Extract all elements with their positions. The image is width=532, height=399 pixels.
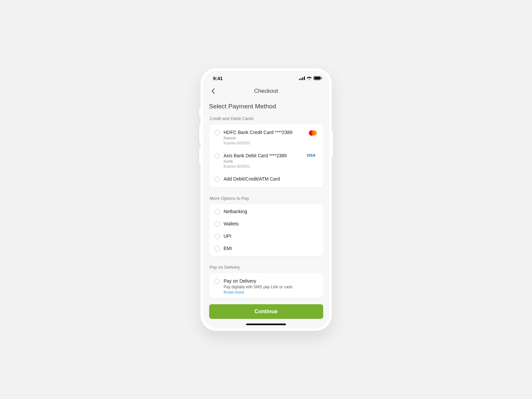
option-label: UPI — [224, 233, 318, 239]
cellular-icon — [299, 76, 305, 80]
payment-option-netbanking[interactable]: Netbanking — [209, 205, 323, 218]
pod-body: Pay on Delivery Pay digitally eith SMS p… — [224, 278, 318, 295]
svg-rect-2 — [302, 77, 303, 80]
section-label-pod: Pay on Delivery — [210, 265, 323, 270]
payment-option-pod[interactable]: Pay on Delivery Pay digitally eith SMS p… — [209, 274, 323, 297]
page-title: Select Payment Method — [209, 103, 323, 110]
card-title: Axis Bank Debit Card ****2389 — [224, 153, 307, 158]
radio-icon — [214, 221, 220, 227]
section-label-more: More Options to Pay — [210, 196, 323, 201]
continue-button[interactable]: Continue — [209, 304, 323, 319]
status-bar: 9:41 — [203, 71, 329, 85]
section-label-cards: Credit and Debit Cards — [210, 116, 323, 121]
hw-volume-down — [199, 147, 200, 165]
home-indicator[interactable] — [246, 324, 286, 325]
pod-group: Pay on Delivery Pay digitally eith SMS p… — [209, 273, 323, 298]
cards-group: HDFC Bank Credit Card ****2389 Rakesh Ex… — [209, 124, 323, 187]
card-holder: Rakesh — [224, 136, 307, 140]
option-label: Netbanking — [224, 209, 318, 214]
nav-title: Checkout — [203, 88, 329, 94]
svg-rect-6 — [321, 77, 322, 79]
card-body: HDFC Bank Credit Card ****2389 Rakesh Ex… — [224, 130, 307, 145]
card-title: HDFC Bank Credit Card ****2389 — [224, 130, 307, 135]
svg-rect-3 — [304, 76, 305, 80]
wifi-icon — [307, 76, 312, 80]
battery-icon — [314, 76, 322, 80]
content: Select Payment Method Credit and Debit C… — [203, 97, 329, 328]
svg-point-9 — [312, 131, 314, 135]
hw-volume-up — [199, 125, 200, 143]
hw-power-button — [332, 131, 333, 157]
pod-desc: Pay digitally eith SMS pay Link or cash. — [224, 285, 318, 289]
radio-icon — [214, 234, 220, 239]
mastercard-icon — [307, 130, 318, 136]
svg-rect-0 — [299, 79, 300, 80]
svg-rect-5 — [314, 77, 320, 79]
add-card-row[interactable]: Add Debit/Credit/ATM Card — [209, 172, 323, 186]
svg-text:VISA: VISA — [307, 153, 315, 157]
card-expiry: Expires 02/2023 — [224, 141, 307, 145]
payment-option-upi[interactable]: UPI — [209, 230, 323, 242]
radio-icon — [214, 209, 220, 214]
pod-know-more-link[interactable]: Know more. — [224, 290, 318, 295]
continue-wrap: Continue — [209, 304, 323, 319]
nav-bar: Checkout — [203, 85, 329, 97]
card-body: Axis Bank Debit Card ****2389 Kartik Exp… — [224, 153, 307, 168]
status-icons — [299, 76, 322, 80]
card-holder: Kartik — [224, 159, 307, 163]
payment-option-emi[interactable]: EMI — [209, 242, 323, 255]
option-label: EMI — [224, 246, 318, 251]
screen: 9:41 Checkout Select Payment Method Cred… — [203, 71, 329, 328]
visa-icon: VISA — [307, 153, 318, 157]
radio-icon — [214, 246, 220, 251]
phone-frame: 9:41 Checkout Select Payment Method Cred… — [200, 68, 332, 331]
radio-icon — [214, 279, 220, 284]
hw-silent-switch — [199, 108, 200, 117]
option-label: Wallets — [224, 221, 318, 226]
radio-icon — [214, 153, 220, 159]
svg-rect-1 — [301, 78, 302, 80]
pod-title: Pay on Delivery — [224, 278, 318, 284]
status-time: 9:41 — [213, 75, 223, 81]
card-expiry: Expires 02/2021 — [224, 164, 307, 168]
radio-icon — [214, 177, 220, 182]
payment-option-card-axis[interactable]: Axis Bank Debit Card ****2389 Kartik Exp… — [209, 149, 323, 172]
radio-icon — [214, 130, 220, 135]
payment-option-wallets[interactable]: Wallets — [209, 218, 323, 230]
payment-option-card-hdfc[interactable]: HDFC Bank Credit Card ****2389 Rakesh Ex… — [209, 126, 323, 149]
add-card-label: Add Debit/Credit/ATM Card — [224, 176, 318, 182]
more-options-group: Netbanking Wallets UPI EMI — [209, 204, 323, 256]
row-body: Add Debit/Credit/ATM Card — [224, 176, 318, 182]
